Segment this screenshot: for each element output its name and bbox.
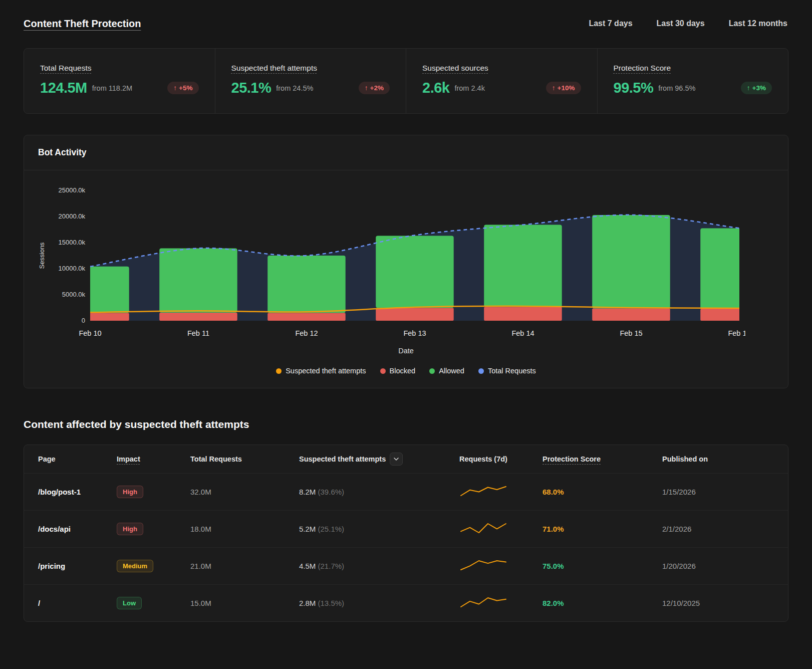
suspected-percent: (21.7%) bbox=[318, 562, 345, 570]
table-row[interactable]: /pricing Medium 21.0M 4.5M (21.7%) 75.0%… bbox=[24, 547, 788, 584]
kpi-delta-value: +3% bbox=[752, 84, 766, 92]
kpi-previous-value: from 24.5% bbox=[276, 84, 313, 92]
chart-body: 05000.0k10000.0k15000.0k20000.0k25000.0k… bbox=[24, 170, 788, 388]
suspected-value: 4.5M bbox=[299, 562, 316, 570]
requests-sparkline bbox=[459, 522, 507, 536]
kpi-label: Total Requests bbox=[40, 64, 92, 73]
published-on-value: 1/15/2026 bbox=[662, 488, 774, 496]
legend-dot-blue bbox=[478, 368, 484, 374]
bot-activity-chart: 05000.0k10000.0k15000.0k20000.0k25000.0k… bbox=[36, 183, 776, 345]
total-requests-value: 21.0M bbox=[190, 562, 299, 570]
legend-dot-red bbox=[380, 368, 386, 374]
affected-content-table: Page Impact Total Requests Suspected the… bbox=[24, 444, 788, 622]
kpi-delta-badge: ↑ +5% bbox=[167, 82, 198, 94]
kpi-suspected-sources: Suspected sources 2.6k from 2.4k ↑ +10% bbox=[406, 49, 597, 113]
kpi-previous-value: from 2.4k bbox=[454, 84, 484, 92]
kpi-delta-value: +2% bbox=[370, 84, 384, 92]
legend-item-total-requests[interactable]: Total Requests bbox=[478, 367, 536, 375]
legend-label: Total Requests bbox=[488, 367, 536, 375]
legend-label: Suspected theft attempts bbox=[286, 367, 366, 375]
svg-text:10000.0k: 10000.0k bbox=[59, 265, 86, 272]
legend-item-blocked[interactable]: Blocked bbox=[380, 367, 416, 375]
chevron-down-icon bbox=[393, 456, 399, 462]
column-header-protection-score: Protection Score bbox=[543, 455, 601, 463]
kpi-previous-value: from 96.5% bbox=[658, 84, 695, 92]
svg-text:Feb 16: Feb 16 bbox=[728, 329, 745, 337]
column-header-page: Page bbox=[38, 455, 117, 463]
table-row[interactable]: /docs/api High 18.0M 5.2M (25.1%) 71.0% … bbox=[24, 510, 788, 547]
tab-last-12-months[interactable]: Last 12 months bbox=[728, 17, 788, 30]
published-on-value: 1/20/2026 bbox=[662, 562, 774, 570]
legend-item-suspected-theft-attempts[interactable]: Suspected theft attempts bbox=[276, 367, 366, 375]
legend-item-allowed[interactable]: Allowed bbox=[429, 367, 464, 375]
page-link[interactable]: /pricing bbox=[38, 562, 117, 570]
requests-sparkline bbox=[459, 559, 507, 573]
page-link[interactable]: /docs/api bbox=[38, 525, 117, 533]
protection-score-value: 68.0% bbox=[543, 488, 662, 496]
trend-up-icon: ↑ bbox=[552, 84, 556, 92]
total-requests-value: 15.0M bbox=[190, 599, 299, 607]
time-range-tabs: Last 7 days Last 30 days Last 12 months bbox=[588, 17, 788, 30]
svg-text:Feb 10: Feb 10 bbox=[79, 329, 101, 337]
kpi-value: 25.1% bbox=[231, 80, 272, 96]
table-section-title: Content affected by suspected theft atte… bbox=[24, 418, 788, 430]
impact-badge: High bbox=[117, 523, 143, 535]
svg-text:Sessions: Sessions bbox=[38, 242, 46, 269]
kpi-delta-value: +5% bbox=[179, 84, 192, 92]
suspected-value: 5.2M bbox=[299, 525, 316, 533]
column-header-impact: Impact bbox=[117, 455, 140, 463]
tab-last-30-days[interactable]: Last 30 days bbox=[656, 17, 706, 30]
kpi-delta-badge: ↑ +3% bbox=[741, 82, 772, 94]
content-theft-protection-page: Content Theft Protection Last 7 days Las… bbox=[0, 0, 812, 639]
tab-last-7-days[interactable]: Last 7 days bbox=[588, 17, 633, 30]
kpi-value: 2.6k bbox=[422, 80, 449, 96]
trend-up-icon: ↑ bbox=[747, 84, 750, 92]
svg-text:Feb 15: Feb 15 bbox=[620, 329, 642, 337]
svg-text:0: 0 bbox=[82, 317, 85, 324]
bot-activity-card: Bot Activity 05000.0k10000.0k15000.0k200… bbox=[24, 135, 788, 388]
kpi-protection-score: Protection Score 99.5% from 96.5% ↑ +3% bbox=[597, 49, 788, 113]
kpi-label: Suspected sources bbox=[422, 64, 488, 73]
trend-up-icon: ↑ bbox=[173, 84, 177, 92]
chart-card-header: Bot Activity bbox=[24, 135, 788, 170]
kpi-label: Protection Score bbox=[614, 64, 671, 73]
legend-dot-orange bbox=[276, 368, 282, 374]
impact-badge: High bbox=[117, 486, 143, 498]
suspected-value: 2.8M bbox=[299, 599, 316, 607]
x-axis-title: Date bbox=[36, 347, 776, 355]
trend-up-icon: ↑ bbox=[365, 84, 368, 92]
column-header-requests-7d: Requests (7d) bbox=[459, 455, 543, 463]
impact-badge: Low bbox=[117, 597, 142, 609]
total-requests-value: 32.0M bbox=[190, 488, 299, 496]
kpi-value: 124.5M bbox=[40, 80, 87, 96]
kpi-suspected-theft-attempts: Suspected theft attempts 25.1% from 24.5… bbox=[215, 49, 406, 113]
table-row[interactable]: /blog/post-1 High 32.0M 8.2M (39.6%) 68.… bbox=[24, 473, 788, 510]
suspected-theft-attempts-sort-button[interactable] bbox=[390, 453, 403, 466]
legend-label: Blocked bbox=[390, 367, 416, 375]
kpi-summary-card: Total Requests 124.5M from 118.2M ↑ +5% … bbox=[24, 48, 788, 114]
legend-label: Allowed bbox=[439, 367, 464, 375]
svg-text:15000.0k: 15000.0k bbox=[59, 239, 86, 246]
published-on-value: 2/1/2026 bbox=[662, 525, 774, 533]
svg-text:Feb 11: Feb 11 bbox=[187, 329, 209, 337]
kpi-label: Suspected theft attempts bbox=[231, 64, 317, 73]
impact-badge: Medium bbox=[117, 560, 153, 572]
kpi-previous-value: from 118.2M bbox=[92, 84, 132, 92]
page-title: Content Theft Protection bbox=[24, 18, 141, 30]
legend-dot-green bbox=[429, 368, 435, 374]
suspected-value: 8.2M bbox=[299, 488, 316, 496]
kpi-value: 99.5% bbox=[614, 80, 654, 96]
svg-text:Feb 13: Feb 13 bbox=[403, 329, 426, 337]
table-row[interactable]: / Low 15.0M 2.8M (13.5%) 82.0% 12/10/202… bbox=[24, 584, 788, 621]
requests-sparkline bbox=[459, 596, 507, 610]
column-header-published-on: Published on bbox=[662, 455, 774, 463]
total-requests-value: 18.0M bbox=[190, 525, 299, 533]
page-link[interactable]: /blog/post-1 bbox=[38, 488, 117, 496]
svg-text:Feb 12: Feb 12 bbox=[295, 329, 318, 337]
page-link[interactable]: / bbox=[38, 599, 117, 607]
protection-score-value: 71.0% bbox=[543, 525, 662, 533]
kpi-total-requests: Total Requests 124.5M from 118.2M ↑ +5% bbox=[24, 49, 215, 113]
published-on-value: 12/10/2025 bbox=[662, 599, 774, 607]
chart-title: Bot Activity bbox=[38, 147, 774, 158]
kpi-delta-value: +10% bbox=[558, 84, 575, 92]
